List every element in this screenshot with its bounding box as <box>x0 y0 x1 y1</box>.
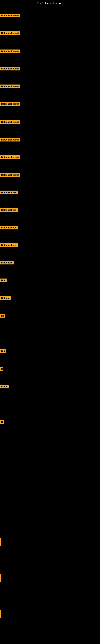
bottleneck-label-5: Bottleneck result <box>0 102 20 106</box>
bottleneck-text-5: Bottleneck result <box>0 102 20 106</box>
bottleneck-text-18: Bot <box>0 349 6 353</box>
bottleneck-text-4: Bottleneck result <box>0 84 20 88</box>
bottleneck-text-11: Bottleneck res <box>0 208 18 212</box>
bottleneck-label-17: Bo <box>0 314 5 318</box>
bottleneck-label-13: Bottleneck res <box>0 243 18 248</box>
bar-line-1 <box>0 574 0 582</box>
bar-line-2 <box>0 610 0 618</box>
bottleneck-text-0: Bottleneck result <box>0 14 20 17</box>
bottleneck-text-16: Bottlene <box>0 296 11 300</box>
bottleneck-label-21: Bo <box>0 420 4 425</box>
bottleneck-text-14: Bottleneck <box>0 261 14 264</box>
bottleneck-label-11: Bottleneck res <box>0 208 18 212</box>
bottleneck-text-19: B <box>0 367 3 371</box>
bottleneck-label-2: Bottleneck result <box>0 50 20 54</box>
bottleneck-text-3: Bottleneck result <box>0 67 20 70</box>
bottleneck-label-19: B <box>0 367 3 372</box>
bottleneck-text-2: Bottleneck result <box>0 50 20 53</box>
bottleneck-label-14: Bottleneck <box>0 261 14 265</box>
bottleneck-text-13: Bottleneck res <box>0 243 18 247</box>
bottleneck-text-9: Bottleneck result <box>0 173 20 177</box>
bottleneck-label-10: Bottleneck res <box>0 190 18 195</box>
bar-line-0 <box>0 538 0 546</box>
bottleneck-text-20: Bottle <box>0 385 9 388</box>
bottleneck-text-21: Bo <box>0 420 4 424</box>
bottleneck-text-8: Bottleneck result <box>0 155 20 159</box>
bottleneck-label-7: Bottleneck result <box>0 138 20 142</box>
bottleneck-text-10: Bottleneck res <box>0 190 18 194</box>
bottleneck-text-15: Bott <box>0 278 7 282</box>
bottleneck-label-4: Bottleneck result <box>0 84 20 89</box>
bottleneck-label-9: Bottleneck result <box>0 173 20 178</box>
bottleneck-text-6: Bottleneck result <box>0 120 20 124</box>
bottleneck-label-20: Bottle <box>0 385 9 389</box>
bottleneck-label-0: Bottleneck result <box>0 14 20 18</box>
bottleneck-text-17: Bo <box>0 314 5 318</box>
bottleneck-label-15: Bott <box>0 278 7 283</box>
bottleneck-label-12: Bottleneck res <box>0 226 18 230</box>
bottleneck-text-7: Bottleneck result <box>0 138 20 142</box>
bottleneck-text-1: Bottleneck result <box>0 31 20 35</box>
bottleneck-label-8: Bottleneck result <box>0 155 20 160</box>
bottleneck-label-18: Bot <box>0 349 6 354</box>
bottleneck-text-12: Bottleneck res <box>0 226 18 230</box>
bottleneck-label-16: Bottlene <box>0 296 11 301</box>
site-title: TheBottlenecker.com <box>0 0 100 6</box>
bottleneck-label-1: Bottleneck result <box>0 31 20 36</box>
bottleneck-label-3: Bottleneck result <box>0 67 20 71</box>
bottleneck-label-6: Bottleneck result <box>0 120 20 124</box>
